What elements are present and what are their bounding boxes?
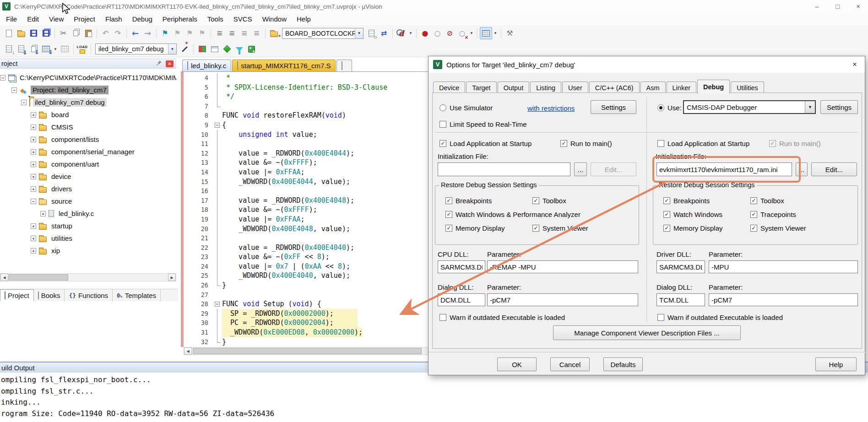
expand-plus-icon[interactable]: + xyxy=(31,174,36,179)
expand-plus-icon[interactable]: + xyxy=(31,162,36,167)
bookmark-icon[interactable]: ⚑ xyxy=(159,27,171,39)
checkbox-icon[interactable] xyxy=(750,225,757,232)
left-load-app-checkbox[interactable]: Load Application at Startup xyxy=(439,140,532,147)
breakpoint-icon[interactable]: ● xyxy=(419,27,431,39)
chevron-down-icon[interactable]: ▼ xyxy=(407,27,414,39)
project-tree-hscrollbar[interactable]: ◀ ▶ xyxy=(0,273,176,281)
tree-item-iled-blinky-cm7-debug[interactable]: −*iled_blinky_cm7 debug xyxy=(0,96,176,108)
restore-system-viewer-checkbox[interactable]: System Viewer xyxy=(750,224,806,232)
right-edit-button[interactable]: Edit... xyxy=(811,162,857,176)
pack-installer-icon[interactable] xyxy=(221,43,233,55)
chevron-down-icon[interactable]: ▼ xyxy=(492,27,499,39)
checkbox-icon[interactable] xyxy=(439,121,446,128)
dialog-tab-linker[interactable]: Linker xyxy=(667,81,697,94)
checkbox-icon[interactable] xyxy=(532,225,539,232)
left-run-main-checkbox[interactable]: Run to main() xyxy=(560,140,612,147)
restore-breakpoints-checkbox[interactable]: Breakpoints xyxy=(445,197,492,205)
build-icon[interactable]: ⇓ xyxy=(15,43,27,55)
expand-plus-icon[interactable]: + xyxy=(31,186,36,192)
debug-session-icon[interactable]: d xyxy=(395,27,407,39)
radio-icon[interactable] xyxy=(657,104,664,111)
clock_config-select[interactable]: BOARD_BOOTCLOCKRUN▼ xyxy=(282,28,363,39)
fold-collapse-icon[interactable]: − xyxy=(215,123,220,128)
close-button[interactable]: × xyxy=(848,0,868,13)
scroll-left-icon[interactable]: ◀ xyxy=(184,347,192,355)
cut-icon[interactable]: ✂ xyxy=(57,27,70,39)
stop-build-icon[interactable] xyxy=(59,43,71,55)
chevron-down-icon[interactable]: ▼ xyxy=(52,43,59,55)
tree-item-component-lists[interactable]: +component/lists xyxy=(0,133,176,146)
expand-plus-icon[interactable]: + xyxy=(31,223,36,229)
restore-toolbox-checkbox[interactable]: Toolbox xyxy=(750,197,784,205)
checkbox-icon[interactable] xyxy=(663,197,670,204)
fold-collapse-icon[interactable]: − xyxy=(215,302,220,307)
checkbox-icon[interactable] xyxy=(750,211,757,218)
manage-components-icon[interactable] xyxy=(196,43,208,55)
checkbox-icon[interactable] xyxy=(560,140,567,147)
bookmark-next-icon[interactable]: ⚑ xyxy=(184,27,196,39)
dialog-tab-c-c-ac6-[interactable]: C/C++ (AC6) xyxy=(589,81,640,94)
expand-plus-icon[interactable]: + xyxy=(31,149,36,155)
menu-window[interactable]: Window xyxy=(257,15,292,23)
debug-views-icon[interactable] xyxy=(245,43,258,55)
checkbox-icon[interactable] xyxy=(657,314,664,321)
manage-cvd-files-button[interactable]: Manage Component Viewer Description File… xyxy=(553,325,741,340)
menu-help[interactable]: Help xyxy=(292,15,316,23)
expand-plus-icon[interactable]: + xyxy=(31,248,36,254)
menu-file[interactable]: File xyxy=(1,15,22,23)
chevron-down-icon[interactable]: ▼ xyxy=(168,44,176,54)
limit-speed-checkbox[interactable]: Limit Speed to Real-Time xyxy=(439,120,527,128)
expand-minus-icon[interactable]: − xyxy=(21,100,27,105)
minimize-button[interactable]: – xyxy=(807,0,827,13)
dialog-close-icon[interactable]: × xyxy=(848,59,862,70)
checkbox-icon[interactable] xyxy=(445,211,452,218)
expand-plus-icon[interactable]: + xyxy=(31,112,36,118)
tree-item-xip[interactable]: +xip xyxy=(0,244,176,257)
editor-tab-led-blinky-c[interactable]: led_blinky.c xyxy=(182,60,231,71)
editor-tab-hidden[interactable] xyxy=(336,60,352,71)
new-file-icon[interactable] xyxy=(3,27,15,39)
tree-item-board[interactable]: +board xyxy=(0,108,176,121)
left-warn-checkbox[interactable]: Warn if outdated Executable is loaded xyxy=(439,314,565,321)
restore-toolbox-checkbox[interactable]: Toolbox xyxy=(532,197,566,205)
radio-icon[interactable] xyxy=(439,104,446,111)
save-icon[interactable] xyxy=(27,27,40,39)
tab-project[interactable]: Project xyxy=(0,289,34,301)
chevron-down-icon[interactable]: ▼ xyxy=(355,28,363,38)
breakpoint-empty-icon[interactable]: ○ xyxy=(431,27,444,39)
rebuild-icon[interactable]: ⇓ xyxy=(27,43,40,55)
left-browse-button[interactable]: ... xyxy=(574,162,587,176)
restore-memory-display-checkbox[interactable]: Memory Display xyxy=(445,224,505,232)
scroll-thumb[interactable] xyxy=(193,348,422,354)
cancel-button[interactable]: Cancel xyxy=(550,357,590,371)
driver-param-input[interactable] xyxy=(709,260,858,273)
undo-icon[interactable]: ↶ xyxy=(99,27,112,39)
tree-item-led-blinky-c[interactable]: +led_blinky.c xyxy=(0,207,176,220)
batch-build-icon[interactable]: ⇓ xyxy=(40,43,52,55)
dialog-param-input[interactable] xyxy=(709,293,858,306)
tree-item-utilities[interactable]: +utilities xyxy=(0,232,176,244)
breakpoint-disable-icon[interactable]: ⊘ xyxy=(444,27,456,39)
save-all-icon[interactable] xyxy=(40,27,52,39)
checkbox-icon[interactable] xyxy=(439,314,446,321)
restore-system-viewer-checkbox[interactable]: System Viewer xyxy=(532,224,588,232)
checkbox-icon[interactable] xyxy=(663,225,670,232)
cpu-param-input[interactable] xyxy=(487,260,638,273)
dialog-tab-target[interactable]: Target xyxy=(466,81,496,94)
target-options-wand-icon[interactable] xyxy=(179,43,191,55)
configure-uvision-icon[interactable]: ⚒ xyxy=(504,27,516,39)
checkbox-icon[interactable] xyxy=(750,197,757,204)
expand-minus-icon[interactable]: − xyxy=(11,87,17,93)
dialog-tab-device[interactable]: Device xyxy=(433,81,465,94)
tree-item-cmsis[interactable]: +CMSIS xyxy=(0,121,176,133)
menu-edit[interactable]: Edit xyxy=(22,15,44,23)
menu-debug[interactable]: Debug xyxy=(127,15,157,23)
maximize-button[interactable]: □ xyxy=(827,0,848,13)
expand-minus-icon[interactable]: − xyxy=(0,75,5,81)
checkbox-icon[interactable] xyxy=(445,197,452,204)
memory-window-icon[interactable] xyxy=(480,27,492,39)
expand-plus-icon[interactable]: + xyxy=(31,124,36,130)
scroll-left-icon[interactable]: ◀ xyxy=(0,274,8,281)
dialog-param-input[interactable] xyxy=(487,293,638,306)
restore-watch-windows-checkbox[interactable]: Watch Windows xyxy=(663,211,722,218)
